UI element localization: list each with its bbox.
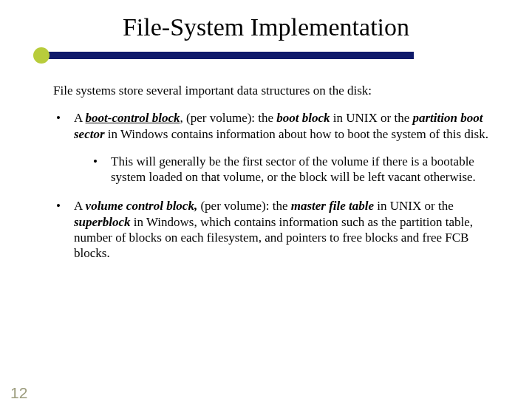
term-volume-control-block: volume control block, [86, 199, 198, 213]
term-boot-block: boot block [276, 111, 330, 125]
text: in Windows contains information about ho… [105, 127, 488, 141]
page-number: 12 [10, 384, 27, 399]
term-master-file-table: master file table [291, 199, 374, 213]
text: in UNIX or the [374, 199, 454, 213]
bullet-item-boot-control: A boot-control block, (per volume): the … [53, 110, 491, 185]
sub-bullet-list: This will generally be the first sector … [90, 154, 491, 185]
text: , (per volume): the [180, 111, 277, 125]
text: in Windows, which contains information s… [74, 215, 473, 261]
content-area: File systems store several important dat… [53, 83, 491, 261]
sub-bullet-item: This will generally be the first sector … [90, 154, 491, 185]
slide: File-System Implementation File systems … [0, 13, 532, 399]
term-superblock: superblock [74, 215, 131, 229]
intro-text: File systems store several important dat… [53, 83, 491, 98]
accent-dot-icon [33, 47, 50, 64]
term-boot-control-block: boot-control block [86, 111, 180, 125]
bullet-list: A boot-control block, (per volume): the … [53, 110, 491, 261]
bullet-item-volume-control: A volume control block, (per volume): th… [53, 198, 491, 261]
slide-title: File-System Implementation [0, 13, 532, 41]
text: A [74, 111, 86, 125]
text: (per volume): the [197, 199, 291, 213]
text: A [74, 199, 86, 213]
underline-bar [37, 52, 414, 59]
text: in UNIX or the [330, 111, 413, 125]
title-underline [37, 47, 414, 62]
